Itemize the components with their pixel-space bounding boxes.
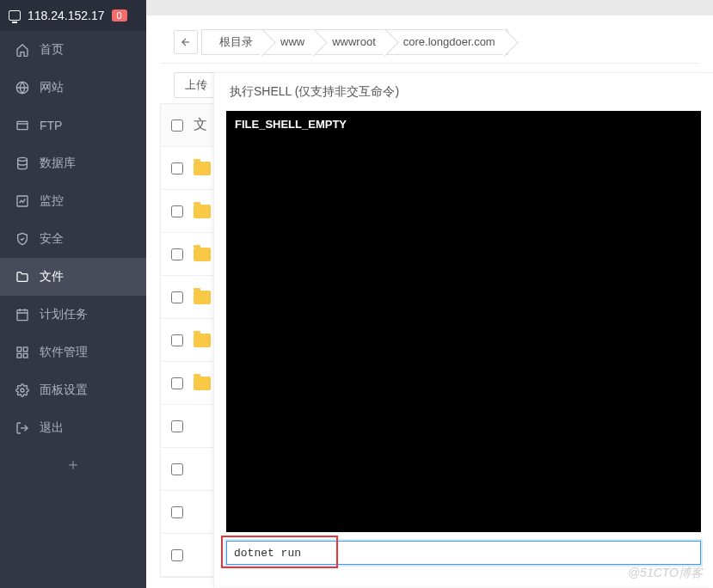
row-checkbox[interactable] — [171, 377, 183, 389]
sidebar-item-label: FTP — [40, 119, 62, 132]
terminal-output: FILE_SHELL_EMPTY — [226, 111, 701, 532]
shell-modal: 执行SHELL (仅支持非交互命令) FILE_SHELL_EMPTY — [213, 72, 713, 586]
folder-icon — [194, 248, 211, 261]
sidebar-item-label: 首页 — [40, 42, 64, 58]
svg-rect-8 — [23, 353, 28, 358]
logout-icon — [15, 421, 29, 435]
select-all-checkbox[interactable] — [171, 119, 183, 132]
row-checkbox[interactable] — [171, 549, 183, 561]
sidebar-item-ftp[interactable]: FTP — [0, 107, 146, 144]
window-top-strip — [146, 0, 713, 15]
sidebar-item-label: 数据库 — [40, 156, 76, 171]
row-checkbox[interactable] — [171, 248, 183, 260]
sidebar-item-monitor[interactable]: 监控 — [0, 182, 146, 220]
home-icon — [15, 43, 29, 57]
folder-icon — [194, 334, 211, 347]
row-checkbox[interactable] — [171, 291, 183, 303]
svg-rect-5 — [17, 347, 22, 352]
modal-title: 执行SHELL (仅支持非交互命令) — [214, 73, 713, 111]
sidebar-item-cron[interactable]: 计划任务 — [0, 296, 146, 334]
svg-rect-1 — [17, 121, 28, 129]
shell-command-input[interactable] — [226, 541, 701, 565]
command-input-wrap — [226, 541, 701, 565]
sidebar-item-label: 安全 — [40, 231, 64, 247]
svg-point-9 — [21, 389, 24, 392]
folder-icon — [15, 270, 29, 284]
row-checkbox[interactable] — [171, 506, 183, 518]
sidebar-item-security[interactable]: 安全 — [0, 220, 146, 258]
column-name: 文 — [194, 116, 207, 134]
svg-rect-4 — [17, 310, 28, 321]
upload-button[interactable]: 上传 — [174, 72, 218, 98]
row-checkbox[interactable] — [171, 420, 183, 432]
breadcrumb-back-button[interactable] — [174, 30, 198, 54]
sidebar-item-software[interactable]: 软件管理 — [0, 334, 146, 371]
calendar-icon — [15, 308, 29, 322]
grid-icon — [15, 346, 29, 359]
sidebar-item-label: 退出 — [40, 420, 64, 436]
sidebar-item-label: 软件管理 — [40, 345, 88, 360]
breadcrumb-item-site[interactable]: core.longdoer.com — [385, 29, 508, 55]
sidebar-item-website[interactable]: 网站 — [0, 69, 146, 107]
server-ip: 118.24.152.17 — [28, 9, 105, 22]
sidebar-item-files[interactable]: 文件 — [0, 258, 146, 296]
breadcrumb-item-root[interactable]: 根目录 — [201, 29, 266, 55]
folder-icon — [194, 162, 211, 175]
row-checkbox[interactable] — [171, 162, 183, 175]
svg-point-2 — [18, 157, 28, 161]
svg-rect-7 — [17, 353, 22, 358]
folder-icon — [194, 291, 211, 304]
folder-icon — [194, 205, 211, 218]
svg-rect-6 — [23, 347, 28, 352]
sidebar: 118.24.152.17 0 首页 网站 FTP 数据库 监控 — [0, 0, 146, 588]
breadcrumb: 根目录 www wwwroot core.longdoer.com — [160, 21, 699, 64]
ftp-icon — [15, 119, 29, 132]
shield-icon — [15, 232, 29, 246]
gear-icon — [15, 383, 29, 397]
database-icon — [15, 156, 29, 170]
sidebar-item-label: 面板设置 — [40, 383, 88, 398]
folder-icon — [194, 377, 211, 390]
terminal-line: FILE_SHELL_EMPTY — [235, 118, 692, 131]
sidebar-item-label: 计划任务 — [40, 307, 88, 322]
sidebar-item-label: 网站 — [40, 80, 64, 95]
sidebar-item-label: 文件 — [40, 269, 64, 285]
globe-icon — [15, 81, 29, 95]
chart-icon — [15, 194, 29, 208]
sidebar-item-home[interactable]: 首页 — [0, 31, 146, 69]
monitor-icon — [9, 10, 21, 21]
sidebar-item-logout[interactable]: 退出 — [0, 409, 146, 447]
sidebar-item-label: 监控 — [40, 193, 64, 209]
row-checkbox[interactable] — [171, 334, 183, 346]
row-checkbox[interactable] — [171, 463, 183, 475]
sidebar-item-database[interactable]: 数据库 — [0, 144, 146, 182]
notification-badge[interactable]: 0 — [112, 9, 127, 21]
sidebar-header: 118.24.152.17 0 — [0, 0, 146, 31]
sidebar-item-settings[interactable]: 面板设置 — [0, 371, 146, 409]
row-checkbox[interactable] — [171, 205, 183, 217]
sidebar-add-button[interactable]: ＋ — [0, 447, 146, 481]
